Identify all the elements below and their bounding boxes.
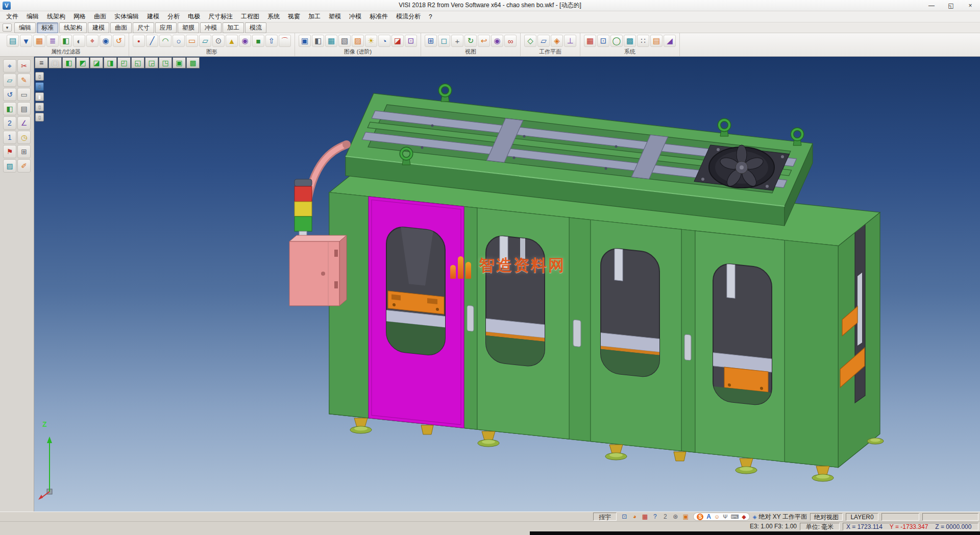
view-custom-icon[interactable]: ▩ [186,57,200,68]
browser-icon[interactable]: ◕ [630,513,639,521]
toolbar-tab[interactable]: 编辑 [14,22,36,33]
globe-icon[interactable]: ◯ [610,35,623,47]
hatch-icon[interactable]: ▨ [3,159,16,173]
stereo-icon[interactable]: ∞ [504,35,517,47]
workplane-indicator[interactable]: ◈ 绝对 XY 工作平面 [753,513,807,521]
dock-btn-3[interactable]: ▮ [35,92,44,101]
gear-icon[interactable]: ⊛ [671,513,680,521]
view-axon-icon[interactable]: ◳ [159,57,172,68]
view-right-icon[interactable]: ◨ [104,57,117,68]
extrude-icon[interactable]: ⇧ [265,35,278,47]
polygon-icon[interactable]: ▱ [199,35,211,47]
reset-filter-icon[interactable]: ↺ [113,35,125,47]
layers-icon[interactable]: ▤ [17,102,31,115]
menu-item[interactable]: 模流分析 [392,11,425,22]
minimize-button[interactable]: — [922,0,941,11]
menu-item[interactable]: 文件 [2,11,22,22]
help-icon[interactable]: ? [650,513,659,521]
pan-icon[interactable]: + [451,35,463,47]
point-icon[interactable]: • [133,35,145,47]
view-plain-icon[interactable]: ▢ [48,57,62,68]
rectangle-icon[interactable]: ▭ [186,35,198,47]
zoom-fit-icon[interactable]: ⊞ [425,35,437,47]
workplane-pick-icon[interactable]: ◈ [551,35,563,47]
angle-icon[interactable]: ∠ [17,116,31,130]
menu-item[interactable]: 视窗 [284,11,304,22]
sketch-icon[interactable]: ✎ [17,74,31,87]
color-grid-icon[interactable]: ▦ [584,35,596,47]
zoom-window-icon[interactable]: ◻ [438,35,450,47]
rotate-icon[interactable]: ↺ [3,88,16,101]
ime-toolbox-icon[interactable]: ◆ [742,514,746,520]
snap-toggle-button[interactable]: 挃宇 [593,513,617,521]
perspective-icon[interactable]: ◢ [664,35,676,47]
toolbar-tab[interactable]: 曲面 [110,22,132,33]
menu-item[interactable]: 网格 [69,11,90,22]
color-table-icon[interactable]: ▦ [33,35,45,47]
machine-model[interactable] [34,57,980,512]
menu-item[interactable]: ? [425,12,436,21]
snap-grid-icon[interactable]: ∷ [637,35,649,47]
menu-item[interactable]: 标准件 [365,11,392,22]
layer-filter-icon[interactable]: ≣ [46,35,59,47]
shading-icon[interactable]: ◧ [312,35,324,47]
sphere-icon[interactable]: ◉ [239,35,251,47]
table-icon[interactable]: ▤ [650,35,663,47]
view-top-icon[interactable]: ◩ [76,57,89,68]
flag-icon[interactable]: ⚑ [3,145,16,158]
menu-item[interactable]: 尺寸标注 [204,11,237,22]
palette-icon[interactable]: ▦ [640,513,649,521]
display-icon[interactable]: ⊡ [620,513,629,521]
lighting-icon[interactable]: ☀ [365,35,377,47]
sogou-logo[interactable]: S [697,514,703,520]
matrix-icon[interactable]: ▩ [624,35,636,47]
solid-icon[interactable]: ◧ [3,102,16,115]
toolbar-tab[interactable]: 加工 [223,22,244,33]
toolbar-tab[interactable]: 标准 [37,22,58,33]
view-front-icon[interactable]: ◪ [90,57,103,68]
section-icon[interactable]: ◪ [391,35,404,47]
fillet-icon[interactable]: ⌒ [279,35,291,47]
snapshot-icon[interactable]: ⊡ [405,35,417,47]
view-left-icon[interactable]: ◱ [131,57,144,68]
workplane-normal-icon[interactable]: ⊥ [564,35,576,47]
rotate-view-icon[interactable]: ↻ [464,35,477,47]
toolbar-tab[interactable]: 模流 [245,22,266,33]
menu-item[interactable]: 线架构 [43,11,69,22]
toolbar-tab[interactable]: 应用 [155,22,177,33]
line-icon[interactable]: ╱ [146,35,158,47]
workplane-flat-icon[interactable]: ▱ [537,35,550,47]
menu-item[interactable]: 塑模 [325,11,345,22]
close-button[interactable]: × [961,0,980,11]
toolbar-tab[interactable]: 尺寸 [133,22,154,33]
texture-icon[interactable]: ▨ [352,35,364,47]
wireframe-icon[interactable]: ▦ [325,35,337,47]
history-icon[interactable]: ◷ [17,131,31,144]
menu-item[interactable]: 系统 [263,11,284,22]
menu-item[interactable]: 分析 [163,11,184,22]
previous-view-icon[interactable]: ↩ [478,35,490,47]
mic-icon[interactable]: Ψ [723,514,727,520]
menu-item[interactable]: 建模 [143,11,163,22]
view-shaded-icon[interactable]: ▣ [173,57,186,68]
monitor-icon[interactable]: ⊡ [597,35,609,47]
keyboard-icon[interactable]: ⌨ [730,514,739,520]
select-icon[interactable]: ⌖ [3,59,16,72]
render-icon[interactable]: ▣ [299,35,311,47]
element-filter-icon[interactable]: ◧ [60,35,72,47]
visibility-icon[interactable]: ◉ [100,35,112,47]
ime-mode-icon[interactable]: A [706,513,711,520]
print-icon[interactable]: ⊞ [17,145,31,158]
arc-icon[interactable]: ◠ [159,35,172,47]
tab-dropdown-button[interactable]: ▾ [3,23,12,32]
menu-item[interactable]: 编辑 [22,11,43,22]
package-icon[interactable]: ▣ [681,513,690,521]
selection-filter-icon[interactable]: ⌖ [86,35,99,47]
mask-icon[interactable]: ◐ [73,35,85,47]
view-iso-icon[interactable]: ◧ [62,57,76,68]
menu-item[interactable]: 加工 [304,11,325,22]
view-mode-field[interactable]: 绝对视图 [810,513,843,521]
workplane-xy-icon[interactable]: ◇ [524,35,536,47]
block-icon[interactable]: ■ [252,35,264,47]
layer-field[interactable]: LAYER0 [846,513,878,521]
